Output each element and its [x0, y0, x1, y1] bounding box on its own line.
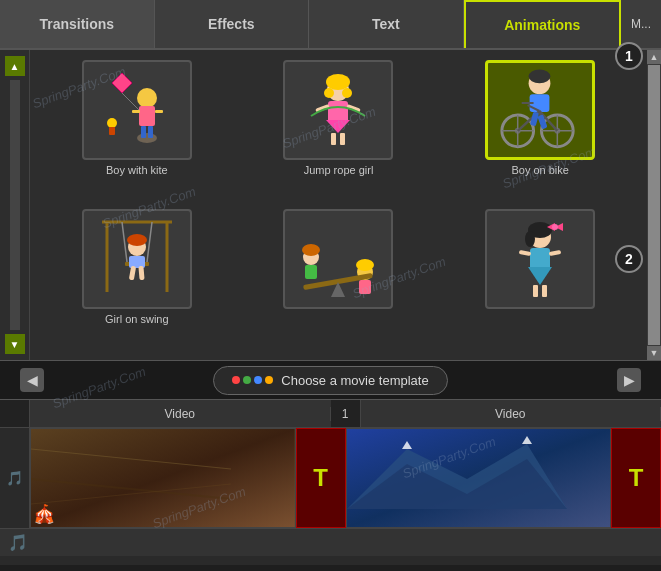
- track-left-panel: 🎵: [0, 428, 30, 528]
- svg-marker-65: [528, 267, 552, 285]
- anim-item-jump-rope[interactable]: Jump rope girl: [242, 60, 436, 201]
- left-sidebar: ▲ ▼: [0, 50, 30, 360]
- anim-thumb-jump-rope: [283, 60, 393, 160]
- svg-rect-64: [530, 248, 550, 270]
- scroll-up-btn[interactable]: ▲: [647, 50, 661, 64]
- anim-thumb-girl-stand: [485, 209, 595, 309]
- anim-thumb-girl-swing: [82, 209, 192, 309]
- anim-label-boy-bike: Boy on bike: [511, 164, 568, 176]
- tab-text[interactable]: Text: [309, 0, 464, 48]
- svg-line-8: [122, 93, 139, 110]
- svg-rect-68: [533, 285, 538, 297]
- video-thumbnail-2: ▶: [347, 429, 611, 527]
- scroll-thumb[interactable]: [648, 65, 660, 345]
- svg-marker-7: [112, 73, 132, 93]
- template-arrow-right[interactable]: ▶: [617, 368, 641, 392]
- anim-item-boy-bike[interactable]: Boy on bike: [443, 60, 637, 201]
- svg-rect-2: [139, 106, 155, 126]
- video-thumbnail-1: ▶ 🎪: [31, 429, 295, 527]
- text-block-right[interactable]: T: [611, 428, 661, 528]
- animation-grid: Boy with kite: [30, 50, 647, 360]
- right-scrollbar: ▲ ▼: [647, 50, 661, 360]
- badge-2: 2: [615, 245, 643, 273]
- svg-rect-48: [129, 265, 136, 280]
- tab-effects[interactable]: Effects: [155, 0, 310, 48]
- tab-animations[interactable]: Animations: [464, 0, 622, 48]
- dot-red: [232, 376, 240, 384]
- svg-point-46: [127, 234, 147, 246]
- anim-label-girl-swing: Girl on swing: [105, 313, 169, 325]
- template-bar: ◀ Choose a movie template ▶: [0, 360, 661, 400]
- svg-rect-49: [138, 265, 144, 279]
- svg-rect-15: [328, 101, 348, 123]
- tab-more[interactable]: M...: [621, 0, 661, 48]
- svg-rect-47: [129, 256, 145, 268]
- dot-blue: [254, 376, 262, 384]
- anim-thumb-boy-kite: [82, 60, 192, 160]
- svg-rect-19: [331, 133, 336, 145]
- anim-item-girl-swing[interactable]: Girl on swing: [40, 209, 234, 350]
- video-icon-overlay-1: 🎪: [33, 503, 55, 525]
- svg-rect-70: [31, 429, 295, 527]
- anim-thumb-boy-bike: [485, 60, 595, 160]
- svg-rect-69: [542, 285, 547, 297]
- scroll-track: [10, 80, 20, 330]
- video-block-2[interactable]: ▶: [346, 428, 612, 528]
- svg-point-0: [137, 133, 157, 143]
- svg-point-60: [525, 231, 535, 247]
- anim-thumb-seesaw: [283, 209, 393, 309]
- anim-label-jump-rope: Jump rope girl: [304, 164, 374, 176]
- svg-rect-5: [141, 126, 146, 138]
- tab-transitions[interactable]: Transitions: [0, 0, 155, 48]
- tabs-bar: Transitions Effects Text Animations M...: [0, 0, 661, 50]
- timeline-area: Video 1 Video 🎵: [0, 400, 661, 565]
- svg-point-9: [107, 118, 117, 128]
- svg-point-22: [529, 69, 551, 83]
- svg-rect-67: [549, 249, 562, 255]
- svg-point-1: [137, 88, 157, 108]
- scroll-up-arrow[interactable]: ▲: [5, 56, 25, 76]
- choose-template-button[interactable]: Choose a movie template: [213, 366, 447, 395]
- main-container: Transitions Effects Text Animations M...…: [0, 0, 661, 571]
- anim-item-seesaw[interactable]: [242, 209, 436, 350]
- dot-yellow: [265, 376, 273, 384]
- music-icon: 🎵: [8, 533, 28, 552]
- svg-rect-4: [155, 110, 163, 113]
- timeline-header: Video 1 Video: [0, 400, 661, 428]
- svg-marker-16: [326, 120, 350, 133]
- dot-green: [243, 376, 251, 384]
- svg-rect-6: [148, 126, 153, 138]
- svg-point-13: [324, 88, 334, 98]
- template-dots: [232, 376, 273, 384]
- timeline-number: 1: [331, 400, 361, 427]
- template-arrow-left[interactable]: ◀: [20, 368, 44, 392]
- text-transition-block[interactable]: T: [296, 428, 346, 528]
- svg-point-14: [342, 88, 352, 98]
- timeline-col2-header: Video: [361, 407, 662, 421]
- svg-rect-3: [132, 110, 140, 113]
- anim-item-boy-kite[interactable]: Boy with kite: [40, 60, 234, 201]
- svg-point-54: [356, 259, 374, 271]
- anim-label-boy-kite: Boy with kite: [106, 164, 168, 176]
- svg-point-63: [552, 224, 558, 230]
- content-area: ▲ ▼: [0, 50, 661, 360]
- svg-point-51: [302, 244, 320, 256]
- bottom-bar: 🎵: [0, 528, 661, 556]
- svg-line-43: [147, 222, 152, 262]
- timeline-track-row: 🎵: [0, 428, 661, 528]
- anim-item-girl-stand[interactable]: [443, 209, 637, 350]
- svg-rect-10: [109, 127, 115, 135]
- svg-point-12: [326, 74, 350, 90]
- svg-rect-20: [340, 133, 345, 145]
- svg-rect-52: [305, 265, 317, 279]
- svg-rect-66: [519, 249, 532, 255]
- scroll-down-btn[interactable]: ▼: [647, 346, 661, 360]
- svg-line-42: [122, 222, 127, 262]
- timeline-col1-header: Video: [30, 407, 331, 421]
- scroll-down-arrow[interactable]: ▼: [5, 334, 25, 354]
- svg-rect-55: [359, 280, 371, 294]
- badge-1: 1: [615, 42, 643, 70]
- video-block-1[interactable]: ▶ 🎪: [30, 428, 296, 528]
